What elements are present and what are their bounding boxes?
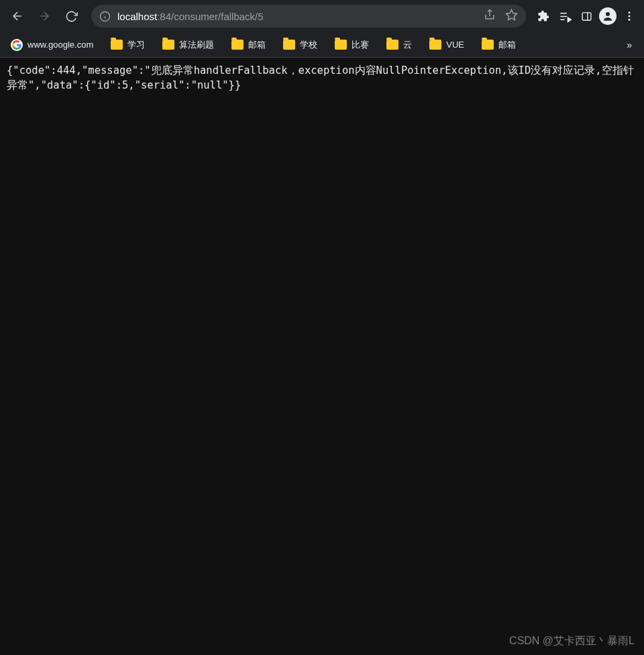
bookmark-item[interactable]: 比赛 xyxy=(331,36,373,54)
page-body: {"code":444,"message":"兜底异常handlerFallba… xyxy=(0,58,644,655)
omnibox-left: localhost:84/consumer/fallback/5 xyxy=(99,11,264,22)
bookmark-label: 学校 xyxy=(300,39,317,51)
profile-button[interactable] xyxy=(598,7,617,26)
address-bar[interactable]: localhost:84/consumer/fallback/5 xyxy=(91,5,526,28)
svg-marker-4 xyxy=(506,9,517,19)
svg-point-13 xyxy=(629,15,631,17)
bookmark-item[interactable]: 学校 xyxy=(279,36,321,54)
chevron-right-double-icon: » xyxy=(627,40,632,50)
response-text: {"code":444,"message":"兜底异常handlerFallba… xyxy=(7,64,634,91)
url-host: localhost xyxy=(117,11,157,22)
reload-icon xyxy=(65,10,78,23)
svg-point-11 xyxy=(606,12,610,16)
browser-toolbar: localhost:84/consumer/fallback/5 xyxy=(0,0,644,32)
folder-icon xyxy=(283,40,295,50)
bookmark-label: VUE xyxy=(446,40,464,50)
bookmark-item[interactable]: www.google.com xyxy=(7,36,97,54)
bookmark-star-icon[interactable] xyxy=(505,9,518,24)
url-text: localhost:84/consumer/fallback/5 xyxy=(117,11,264,22)
bookmark-item[interactable]: 邮箱 xyxy=(227,36,270,54)
bookmark-label: 云 xyxy=(403,39,412,51)
arrow-left-icon xyxy=(11,9,24,23)
bookmark-label: 邮箱 xyxy=(248,39,266,51)
bookmarks-bar: www.google.com 学习 算法刷题 邮箱 学校 比赛 云 VUE 邮箱… xyxy=(0,32,644,58)
bookmark-label: 邮箱 xyxy=(498,39,516,51)
svg-marker-8 xyxy=(568,17,571,21)
bookmark-item[interactable]: VUE xyxy=(425,37,468,52)
svg-point-12 xyxy=(629,11,631,13)
bookmark-item[interactable]: 学习 xyxy=(107,36,149,54)
bookmark-label: www.google.com xyxy=(28,40,93,50)
site-info-icon[interactable] xyxy=(99,11,111,22)
back-button[interactable] xyxy=(5,4,30,28)
dots-vertical-icon xyxy=(623,10,635,22)
google-favicon-icon xyxy=(11,39,23,51)
svg-point-14 xyxy=(629,19,631,21)
bookmarks-overflow-button[interactable]: » xyxy=(621,37,637,53)
playlist-icon xyxy=(559,10,572,23)
forward-button[interactable] xyxy=(32,4,56,28)
panel-icon xyxy=(581,11,592,22)
side-panel-button[interactable] xyxy=(577,7,596,26)
bookmark-label: 算法刷题 xyxy=(179,39,214,51)
extensions-button[interactable] xyxy=(534,7,553,26)
bookmark-label: 比赛 xyxy=(352,39,369,51)
reload-button[interactable] xyxy=(59,4,83,28)
folder-icon xyxy=(429,40,441,50)
menu-button[interactable] xyxy=(620,7,639,26)
folder-icon xyxy=(162,40,174,50)
svg-rect-9 xyxy=(582,12,591,19)
avatar-icon xyxy=(599,7,616,25)
bookmark-item[interactable]: 云 xyxy=(382,36,416,54)
arrow-right-icon xyxy=(38,9,51,23)
reading-list-button[interactable] xyxy=(555,7,574,26)
folder-icon xyxy=(231,40,244,50)
watermark: CSDN @艾卡西亚丶暴雨L xyxy=(509,634,635,648)
omnibox-actions xyxy=(484,9,518,24)
folder-icon xyxy=(111,40,123,50)
folder-icon xyxy=(482,40,494,50)
bookmark-item[interactable]: 邮箱 xyxy=(478,36,520,54)
folder-icon xyxy=(335,40,347,50)
puzzle-icon xyxy=(537,10,549,22)
url-path: :84/consumer/fallback/5 xyxy=(157,11,263,22)
share-icon[interactable] xyxy=(484,9,496,23)
bookmark-item[interactable]: 算法刷题 xyxy=(158,36,218,54)
bookmark-label: 学习 xyxy=(127,39,145,51)
folder-icon xyxy=(386,40,398,50)
